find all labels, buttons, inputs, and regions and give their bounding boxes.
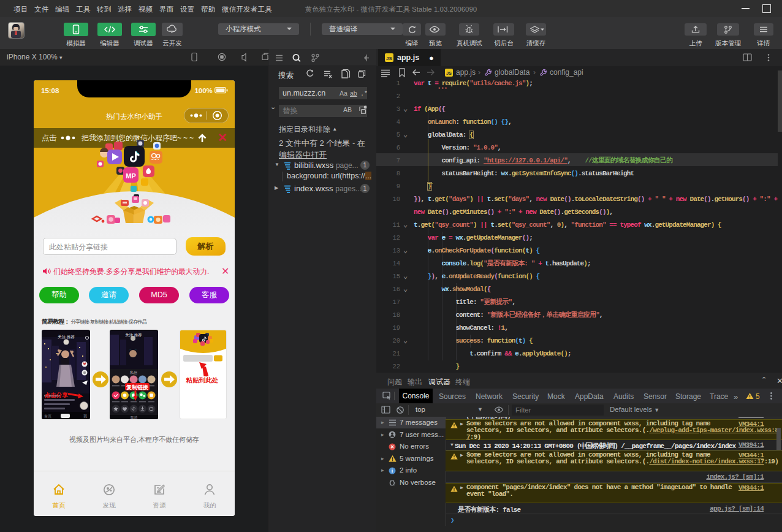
- svg-text:关注 推荐: 关注 推荐: [125, 333, 142, 337]
- svg-text:我: 我: [83, 414, 87, 419]
- svg-text:JS: JS: [446, 70, 452, 76]
- svg-text:Aa: Aa: [340, 89, 347, 97]
- svg-text:取消: 取消: [131, 416, 138, 419]
- svg-text:JS: JS: [386, 56, 392, 61]
- svg-text:MP: MP: [126, 172, 136, 180]
- svg-text:ab: ab: [350, 89, 357, 97]
- svg-text:私信: 私信: [129, 370, 137, 375]
- svg-text:点击分享: 点击分享: [45, 392, 69, 398]
- svg-text:首页: 首页: [44, 414, 51, 419]
- svg-text:.*: .*: [360, 91, 368, 97]
- svg-text:关注 推荐: 关注 推荐: [58, 335, 75, 339]
- svg-text:复制链接: 复制链接: [126, 384, 148, 390]
- svg-text:粘贴到此处: 粘贴到此处: [186, 376, 219, 384]
